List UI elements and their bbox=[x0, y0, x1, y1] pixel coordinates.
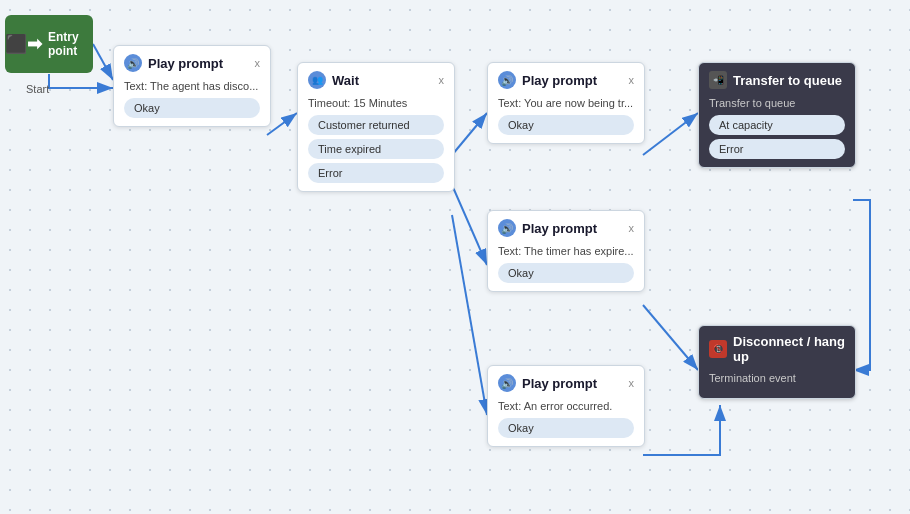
play-prompt-4-body: Text: An error occurred. Okay bbox=[488, 396, 644, 446]
transfer-output-capacity[interactable]: At capacity bbox=[709, 115, 845, 135]
play-prompt-2-output[interactable]: Okay bbox=[498, 115, 634, 135]
play-prompt-4-text: Text: An error occurred. bbox=[498, 400, 634, 412]
disconnect-header: 📵 Disconnect / hang up bbox=[699, 326, 855, 368]
entry-point-node: ⬛➡ Entry point bbox=[5, 15, 93, 73]
wait-header: 👥 Wait x bbox=[298, 63, 454, 93]
disconnect-icon: 📵 bbox=[709, 340, 727, 358]
start-label: Start bbox=[26, 83, 49, 95]
play-prompt-1-title: Play prompt bbox=[148, 56, 249, 71]
play-prompt-1-header: 🔊 Play prompt x bbox=[114, 46, 270, 76]
wait-card[interactable]: 👥 Wait x Timeout: 15 Minutes Customer re… bbox=[297, 62, 455, 192]
disconnect-card[interactable]: 📵 Disconnect / hang up Termination event bbox=[698, 325, 856, 399]
play-prompt-3-output[interactable]: Okay bbox=[498, 263, 634, 283]
play-prompt-4-title: Play prompt bbox=[522, 376, 623, 391]
transfer-title: Transfer to queue bbox=[733, 73, 845, 88]
disconnect-body: Termination event bbox=[699, 368, 855, 398]
play-prompt-2-card[interactable]: 🔊 Play prompt x Text: You are now being … bbox=[487, 62, 645, 144]
transfer-queue-card[interactable]: 📲 Transfer to queue Transfer to queue At… bbox=[698, 62, 856, 168]
play-prompt-2-close[interactable]: x bbox=[629, 74, 635, 86]
speaker-icon-4: 🔊 bbox=[498, 374, 516, 392]
transfer-output-error[interactable]: Error bbox=[709, 139, 845, 159]
play-prompt-4-header: 🔊 Play prompt x bbox=[488, 366, 644, 396]
speaker-icon-2: 🔊 bbox=[498, 71, 516, 89]
speaker-icon-1: 🔊 bbox=[124, 54, 142, 72]
play-prompt-1-output[interactable]: Okay bbox=[124, 98, 260, 118]
entry-icon: ⬛➡ bbox=[5, 33, 42, 55]
wait-title: Wait bbox=[332, 73, 433, 88]
play-prompt-4-output[interactable]: Okay bbox=[498, 418, 634, 438]
disconnect-text: Termination event bbox=[709, 372, 845, 384]
wait-timeout: Timeout: 15 Minutes bbox=[308, 97, 444, 109]
wait-output-error[interactable]: Error bbox=[308, 163, 444, 183]
wait-icon: 👥 bbox=[308, 71, 326, 89]
play-prompt-2-text: Text: You are now being tr... bbox=[498, 97, 634, 109]
flow-canvas: ⬛➡ Entry point Start 🔊 Play prompt x Tex… bbox=[0, 0, 910, 514]
play-prompt-1-text: Text: The agent has disco... bbox=[124, 80, 260, 92]
disconnect-title: Disconnect / hang up bbox=[733, 334, 845, 364]
play-prompt-3-text: Text: The timer has expire... bbox=[498, 245, 634, 257]
play-prompt-3-close[interactable]: x bbox=[629, 222, 635, 234]
wait-body: Timeout: 15 Minutes Customer returned Ti… bbox=[298, 93, 454, 191]
play-prompt-4-close[interactable]: x bbox=[629, 377, 635, 389]
transfer-header: 📲 Transfer to queue bbox=[699, 63, 855, 93]
speaker-icon-3: 🔊 bbox=[498, 219, 516, 237]
play-prompt-3-body: Text: The timer has expire... Okay bbox=[488, 241, 644, 291]
play-prompt-2-title: Play prompt bbox=[522, 73, 623, 88]
play-prompt-3-title: Play prompt bbox=[522, 221, 623, 236]
transfer-body: Transfer to queue At capacity Error bbox=[699, 93, 855, 167]
transfer-text: Transfer to queue bbox=[709, 97, 845, 109]
play-prompt-1-card[interactable]: 🔊 Play prompt x Text: The agent has disc… bbox=[113, 45, 271, 127]
play-prompt-4-card[interactable]: 🔊 Play prompt x Text: An error occurred.… bbox=[487, 365, 645, 447]
play-prompt-1-body: Text: The agent has disco... Okay bbox=[114, 76, 270, 126]
wait-close[interactable]: x bbox=[439, 74, 445, 86]
entry-label: Entry point bbox=[48, 30, 93, 59]
play-prompt-2-header: 🔊 Play prompt x bbox=[488, 63, 644, 93]
wait-output-time[interactable]: Time expired bbox=[308, 139, 444, 159]
transfer-icon: 📲 bbox=[709, 71, 727, 89]
play-prompt-3-header: 🔊 Play prompt x bbox=[488, 211, 644, 241]
wait-output-customer[interactable]: Customer returned bbox=[308, 115, 444, 135]
play-prompt-1-close[interactable]: x bbox=[255, 57, 261, 69]
play-prompt-2-body: Text: You are now being tr... Okay bbox=[488, 93, 644, 143]
play-prompt-3-card[interactable]: 🔊 Play prompt x Text: The timer has expi… bbox=[487, 210, 645, 292]
